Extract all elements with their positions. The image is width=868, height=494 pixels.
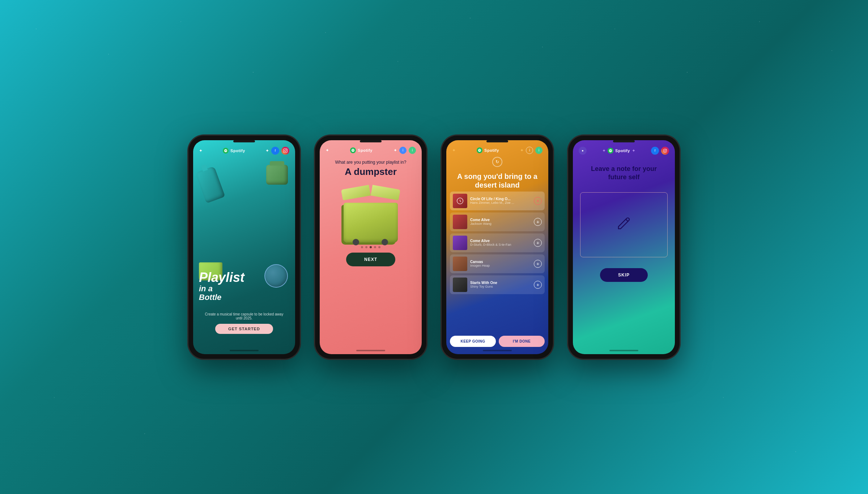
dot-5[interactable] bbox=[378, 246, 380, 248]
dot-1[interactable] bbox=[361, 246, 363, 248]
song-info-2: Come Alive Jackson Wang bbox=[470, 218, 531, 225]
phone-3: ✦ Spotify ✦ i i ↻ A song you'd bring to bbox=[441, 135, 553, 359]
song-add-2[interactable]: + bbox=[534, 218, 542, 226]
hand-write-icon bbox=[617, 216, 631, 233]
spotify-logo-2: Spotify bbox=[350, 147, 373, 153]
spotify-label-1: Spotify bbox=[230, 149, 245, 153]
pagination-dots bbox=[320, 246, 422, 248]
spotify-label-3: Spotify bbox=[484, 148, 499, 153]
phone-notch-4 bbox=[613, 140, 635, 142]
song-add-3[interactable]: + bbox=[534, 239, 542, 247]
thumb-img-2 bbox=[453, 215, 467, 229]
song-title-5: Starts With One bbox=[470, 281, 531, 285]
phone-1-title: Playlist in a Bottle bbox=[199, 270, 244, 302]
globe-object bbox=[264, 264, 288, 288]
plus-icon-4b: ✦ bbox=[632, 148, 635, 153]
phone-notch-1 bbox=[233, 140, 255, 142]
dumpster-body bbox=[344, 203, 398, 242]
phone-2-screen: ✦ Spotify ✦ i i What are you putting you… bbox=[320, 140, 422, 354]
phone-1-screen: ✦ Spotify ✦ f bbox=[193, 140, 295, 354]
skip-button[interactable]: SKIP bbox=[600, 268, 648, 282]
song-add-4[interactable]: + bbox=[534, 260, 542, 268]
dot-4[interactable] bbox=[374, 246, 376, 248]
phone-3-header: ✦ Spotify ✦ i i bbox=[446, 140, 548, 157]
bottom-bar-3 bbox=[483, 350, 512, 351]
spotify-icon-4 bbox=[608, 148, 613, 154]
phone-1-header: ✦ Spotify ✦ f bbox=[193, 140, 295, 158]
header-icons-1: ✦ f bbox=[265, 147, 289, 155]
song-info-5: Starts With One Shiny Toy Guns bbox=[470, 281, 531, 288]
phone-1-subtitle: Create a musical time capsule to be lock… bbox=[193, 312, 295, 320]
song-artist-3: D-Sturb, D-Block & S-te-Fan bbox=[470, 243, 531, 246]
instagram-icon-4[interactable] bbox=[661, 147, 669, 155]
spotify-label-2: Spotify bbox=[358, 148, 373, 153]
song-info-3: Come Alive D-Sturb, D-Block & S-te-Fan bbox=[470, 239, 531, 246]
phone-1: ✦ Spotify ✦ f bbox=[188, 135, 300, 359]
dumpster-lid-left bbox=[341, 185, 371, 200]
reload-icon[interactable]: ↻ bbox=[492, 157, 502, 167]
song-item-2[interactable]: Come Alive Jackson Wang + bbox=[450, 212, 545, 231]
thumb-img-4 bbox=[453, 257, 467, 271]
plus-icon-2b: ✦ bbox=[393, 148, 397, 153]
dumpster-wheel-right bbox=[382, 239, 388, 245]
info-icon-blue-2[interactable]: i bbox=[399, 147, 407, 154]
title-line2: in a Bottle bbox=[199, 284, 244, 302]
bottom-bar-2 bbox=[356, 350, 385, 351]
song-item-5[interactable]: Starts With One Shiny Toy Guns + bbox=[450, 275, 545, 294]
bottom-bar-4 bbox=[609, 350, 638, 351]
song-item-4[interactable]: Canvas Imogen Heap + bbox=[450, 254, 545, 273]
song-title-3: Come Alive bbox=[470, 239, 531, 243]
phone-notch-3 bbox=[486, 140, 508, 142]
spotify-logo-4: Spotify bbox=[608, 148, 630, 154]
info-icon-3[interactable]: i bbox=[526, 147, 533, 154]
song-item-3[interactable]: Come Alive D-Sturb, D-Block & S-te-Fan + bbox=[450, 233, 545, 252]
phone-2: ✦ Spotify ✦ i i What are you putting you… bbox=[315, 135, 427, 359]
song-list: Circle Of Life / King O... Hans Zimmer, … bbox=[446, 192, 548, 294]
keep-going-button[interactable]: KEEP GOING bbox=[450, 336, 496, 347]
song-add-5[interactable]: + bbox=[534, 281, 542, 289]
phone-2-header: ✦ Spotify ✦ i i bbox=[320, 140, 422, 157]
phone-4-title: Leave a note for your future self bbox=[573, 158, 675, 189]
spotify-icon-3 bbox=[477, 147, 482, 153]
plus-icon-4: ✦ bbox=[602, 148, 606, 153]
song-item-1[interactable]: Circle Of Life / King O... Hans Zimmer, … bbox=[450, 192, 545, 210]
song-artist-4: Imogen Heap bbox=[470, 264, 531, 267]
phones-container: ✦ Spotify ✦ f bbox=[188, 135, 680, 359]
cooker-object bbox=[266, 165, 288, 185]
dot-3-active[interactable] bbox=[370, 246, 372, 248]
title-line1: Playlist bbox=[199, 270, 244, 285]
song-thumb-4 bbox=[453, 257, 467, 271]
song-thumb-1 bbox=[453, 194, 467, 208]
phone-4-header: ● ✦ Spotify ✦ f bbox=[573, 140, 675, 158]
plus-icon-2: ✦ bbox=[326, 148, 329, 153]
song-title-4: Canvas bbox=[470, 260, 531, 264]
song-info-1: Circle Of Life / King O... Hans Zimmer, … bbox=[470, 197, 531, 205]
phone-2-question: What are you putting your playlist in? bbox=[320, 157, 422, 166]
song-title-2: Come Alive bbox=[470, 218, 531, 222]
facebook-icon-1[interactable]: f bbox=[271, 147, 279, 155]
spotify-logo-1: Spotify bbox=[223, 148, 245, 154]
plus-icon-3b: ✦ bbox=[520, 148, 524, 153]
spotify-logo-3: Spotify bbox=[477, 147, 499, 153]
thumb-img-3 bbox=[453, 236, 467, 250]
note-area[interactable] bbox=[580, 192, 668, 257]
facebook-icon-4[interactable]: f bbox=[651, 147, 659, 155]
info-icon-green-3[interactable]: i bbox=[535, 147, 542, 154]
im-done-button[interactable]: I'M DONE bbox=[499, 336, 545, 347]
dumpster-illustration bbox=[338, 185, 403, 242]
phone-2-answer: A dumpster bbox=[320, 166, 422, 181]
song-remove-1[interactable]: × bbox=[534, 197, 542, 205]
song-info-4: Canvas Imogen Heap bbox=[470, 260, 531, 267]
phone-4-screen: ● ✦ Spotify ✦ f bbox=[573, 140, 675, 354]
circle-icon-4: ● bbox=[579, 147, 587, 155]
header-icons-3: ✦ i i bbox=[520, 147, 542, 154]
get-started-button[interactable]: GET STARTED bbox=[215, 324, 273, 334]
instagram-icon-1[interactable] bbox=[281, 147, 289, 155]
phone-4: ● ✦ Spotify ✦ f bbox=[568, 135, 680, 359]
spotify-icon-1 bbox=[223, 148, 229, 154]
info-icon-green-2[interactable]: i bbox=[409, 147, 416, 154]
dot-2[interactable] bbox=[365, 246, 367, 248]
phone-3-screen: ✦ Spotify ✦ i i ↻ A song you'd bring to bbox=[446, 140, 548, 354]
next-button[interactable]: NEXT bbox=[346, 253, 395, 266]
song-thumb-2 bbox=[453, 215, 467, 229]
